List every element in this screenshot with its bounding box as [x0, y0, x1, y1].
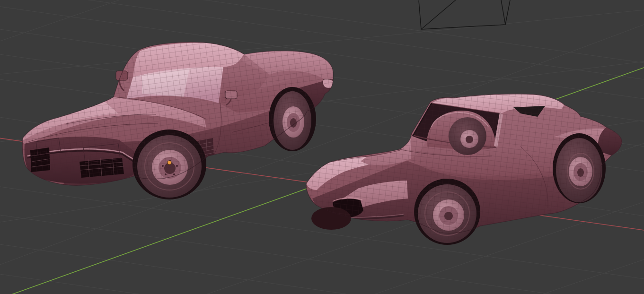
blender-3d-viewport[interactable]	[0, 0, 644, 294]
viewport-canvas[interactable]	[0, 0, 644, 294]
object-origin-dot	[168, 161, 171, 164]
